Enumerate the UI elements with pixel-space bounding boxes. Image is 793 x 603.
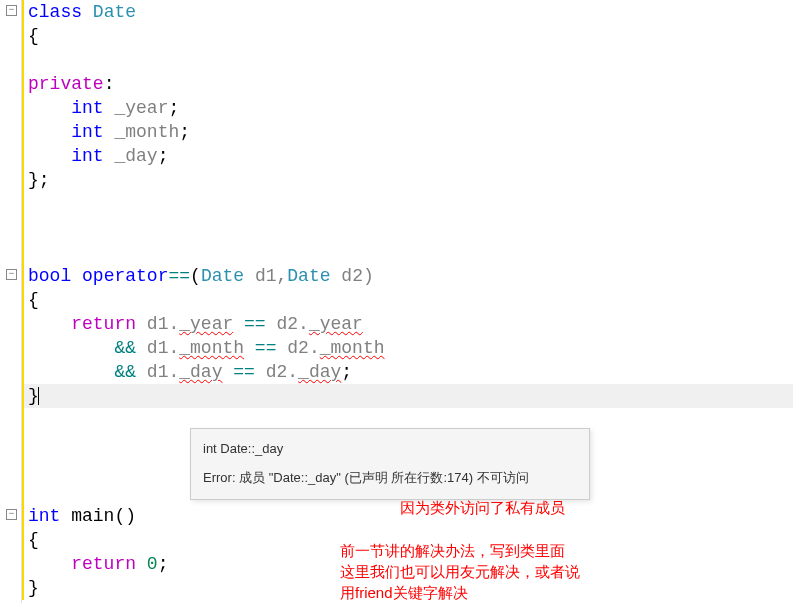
code-line-current[interactable]: } [24, 384, 793, 408]
code-line[interactable]: && d1._month == d2._month [24, 336, 793, 360]
error-month: _month [320, 338, 385, 358]
code-line[interactable]: class Date [24, 0, 793, 24]
number-literal: 0 [147, 554, 158, 574]
close-brace: }; [28, 170, 50, 190]
member-month: _month [114, 122, 179, 142]
error-day: _day [179, 362, 222, 382]
code-line[interactable]: }; [24, 168, 793, 192]
keyword-private: private [28, 74, 104, 94]
keyword-operator: operator [82, 266, 168, 286]
keyword-return: return [71, 314, 136, 334]
fold-icon[interactable]: − [6, 509, 17, 520]
operator-and: && [114, 362, 136, 382]
code-line[interactable]: return d1._year == d2._year [24, 312, 793, 336]
keyword-bool: bool [28, 266, 71, 286]
code-line[interactable] [24, 240, 793, 264]
code-line[interactable]: int _year; [24, 96, 793, 120]
keyword-int: int [71, 146, 103, 166]
code-line[interactable] [24, 192, 793, 216]
param: d2) [331, 266, 374, 286]
fold-icon[interactable]: − [6, 5, 17, 16]
close-brace: } [28, 578, 39, 598]
type-name: Date [287, 266, 330, 286]
error-month: _month [179, 338, 244, 358]
type-name: Date [201, 266, 244, 286]
code-line[interactable]: bool operator==(Date d1,Date d2) [24, 264, 793, 288]
code-line[interactable]: { [24, 288, 793, 312]
error-year: _year [309, 314, 363, 334]
brace: { [28, 290, 39, 310]
param: d1, [244, 266, 287, 286]
keyword-return: return [71, 554, 136, 574]
colon: : [104, 74, 115, 94]
keyword-class: class [28, 2, 82, 22]
main-sig: main() [60, 506, 136, 526]
tooltip-title: int Date::_day [203, 439, 577, 460]
fold-icon[interactable]: − [6, 269, 17, 280]
error-tooltip: int Date::_day Error: 成员 "Date::_day" (已… [190, 428, 590, 500]
member-year: _year [114, 98, 168, 118]
keyword-int: int [28, 506, 60, 526]
brace: { [28, 530, 39, 550]
keyword-int: int [71, 122, 103, 142]
keyword-int: int [71, 98, 103, 118]
code-line[interactable]: int _month; [24, 120, 793, 144]
code-line[interactable]: private: [24, 72, 793, 96]
code-line[interactable] [24, 216, 793, 240]
annotation-text: 因为类外访问了私有成员 [400, 497, 565, 518]
text-caret [38, 387, 39, 405]
code-line[interactable]: { [24, 24, 793, 48]
code-line[interactable]: int _day; [24, 144, 793, 168]
annotation-text: 前一节讲的解决办法，写到类里面 这里我们也可以用友元解决，或者说 用friend… [340, 540, 690, 603]
error-day: _day [298, 362, 341, 382]
error-year: _year [179, 314, 233, 334]
code-line[interactable] [24, 48, 793, 72]
code-line[interactable]: && d1._day == d2._day; [24, 360, 793, 384]
type-name: Date [93, 2, 136, 22]
member-day: _day [114, 146, 157, 166]
brace: { [28, 26, 39, 46]
operator-and: && [114, 338, 136, 358]
tooltip-error: Error: 成员 "Date::_day" (已声明 所在行数:174) 不可… [203, 468, 577, 489]
operator-eq: == [168, 266, 190, 286]
editor-gutter: − − − [0, 0, 22, 603]
